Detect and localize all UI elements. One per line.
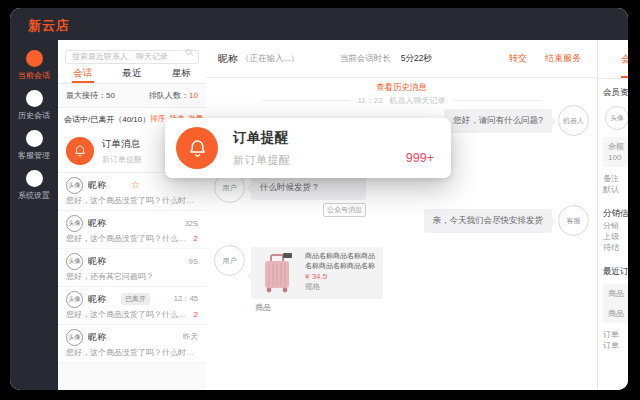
member-balance-card: 余额 100 [603, 137, 628, 167]
last-message: 您好，这个商品没货了吗？什么时候... [66, 233, 190, 244]
bell-icon [66, 137, 94, 165]
sidebar-item-label: 历史会话 [18, 110, 50, 121]
avatar: 头像 [66, 253, 83, 270]
last-message: 您好，这个商品没货了吗？什么时候... [66, 195, 198, 206]
sidebar-item-label: 系统设置 [18, 190, 50, 201]
member-panel-body: 会员资料 头像 余额 100 备注 默认 分销信息 分销 上级 待结 最近订单 … [598, 79, 628, 351]
order-notification-popup[interactable]: 订单提醒 新订单提醒 999+ [165, 118, 451, 178]
member-panel: 会员信息 会员资料 头像 余额 100 备注 默认 分销信息 分销 上级 待结 … [597, 40, 628, 390]
system-settings-icon [26, 170, 43, 187]
sort-link[interactable]: 排序 [150, 114, 165, 124]
sidebar-item-system-settings[interactable]: 系统设置 [18, 170, 50, 201]
product-name: 商品名称商品名称商品名称商品名称商品名称商品名... [305, 251, 379, 270]
tab-starred[interactable]: 星标 [157, 62, 206, 83]
wait-time: 32S [185, 219, 198, 228]
message-time: 昨天 [183, 332, 198, 342]
nickname: 昵称 [88, 179, 106, 192]
chat-panel: 昵称 （正在输入...） 当前会话时长 5分22秒 转交 结束服务 查看历史消息… [206, 40, 597, 390]
end-service-button[interactable]: 结束服务 [545, 52, 581, 65]
left-session-tag: 已离开 [121, 293, 150, 305]
nickname: 昵称 [88, 293, 106, 306]
conversation-row[interactable]: 头像 昵称 昨天 您好，这个商品没货了吗？什么时候... [58, 325, 206, 363]
order-line: 订单 [603, 329, 628, 340]
message-bubble: 您好，请问有什么问题? [444, 109, 552, 133]
chat-actions: 转交 结束服务 [509, 52, 581, 65]
view-history-link[interactable]: 查看历史消息 [206, 82, 597, 94]
sidebar-item-history-session[interactable]: 历史会话 [18, 90, 50, 121]
note-label: 备注 [603, 173, 628, 184]
brand-logo: 新云店 [28, 17, 70, 35]
chat-customer-name: 昵称 [218, 52, 238, 66]
unread-badge: 2 [194, 234, 198, 243]
tab-recent[interactable]: 最近 [107, 62, 156, 83]
sidebar-item-label: 客服管理 [18, 150, 50, 161]
product-card[interactable]: 商品名称商品名称商品名称商品名称商品名称商品名... ¥ 34.5 规格 [251, 247, 383, 299]
recent-order-card: 商品 商品 [603, 284, 628, 323]
current-session-icon [26, 50, 43, 67]
session-section-title: 会话中/已离开（40/10） [64, 114, 150, 125]
message-agent: 亲，今天我们会尽快安排发货 客服 [206, 205, 597, 236]
last-message: 您好，还有其它问题吗？ [66, 271, 198, 282]
queue-count: 排队人数：10 [149, 90, 198, 101]
conversation-row[interactable]: 头像 昵称 ☆ 您好，这个商品没货了吗？什么时候... [58, 173, 206, 211]
tab-member-info[interactable]: 会员信息 [621, 53, 628, 66]
popup-title: 订单提醒 [233, 129, 291, 147]
unread-badge: 2 [194, 310, 198, 319]
history-session-icon [26, 90, 43, 107]
balance-label: 余额 [608, 141, 628, 152]
divider-line [453, 100, 541, 101]
sidebar-item-label: 当前会话 [18, 70, 50, 81]
popup-count: 999+ [406, 151, 434, 165]
sidebar-item-agent-management[interactable]: 客服管理 [18, 130, 50, 161]
message-product: 用户 商品名称商品名称商品名称商品名称商品名称商品名... [206, 245, 597, 313]
chat-header: 昵称 （正在输入...） 当前会话时长 5分22秒 转交 结束服务 [206, 40, 597, 78]
avatar: 头像 [66, 177, 83, 194]
conversation-list-panel: 会话 最近 星标 最大接待：50 排队人数：10 会话中/已离开（40/10） … [58, 40, 207, 390]
order-notice-subtitle: 新订单提醒 [102, 154, 142, 165]
agent-avatar: 客服 [558, 205, 589, 236]
member-avatar: 头像 [605, 106, 628, 130]
message-time: 12：45 [174, 294, 198, 304]
max-reception: 最大接待：50 [66, 90, 115, 101]
screen-background: 新云店 当前会话 历史会话 客服管理 系统设置 [0, 0, 640, 400]
product-price: ¥ 34.5 [305, 272, 379, 281]
conversation-row[interactable]: 头像 昵称 32S 您好，这个商品没货了吗？什么时候... 2 [58, 211, 206, 249]
robot-avatar: 机器人 [558, 105, 589, 136]
conversation-row[interactable]: 头像 昵称 9S 您好，还有其它问题吗？ [58, 249, 206, 287]
distribution-title: 分销信息 [603, 208, 628, 220]
agent-management-icon [26, 130, 43, 147]
distribution-line: 上级 [603, 231, 628, 242]
last-message: 您好，这个商品没货了吗？什么时候... [66, 347, 198, 358]
note-value: 默认 [603, 184, 628, 195]
reception-stats: 最大接待：50 排队人数：10 [58, 84, 206, 108]
balance-value: 100 [608, 152, 628, 163]
list-filler [58, 363, 206, 390]
product-label: 商品 [255, 302, 383, 313]
order-line: 订单 [603, 340, 628, 351]
avatar: 头像 [66, 291, 83, 308]
distribution-line: 分销 [603, 220, 628, 231]
tab-conversation[interactable]: 会话 [58, 62, 107, 83]
message-bubble: 亲，今天我们会尽快安排发货 [424, 209, 553, 233]
sidebar-item-current-session[interactable]: 当前会话 [18, 50, 50, 81]
message-bubble: 什么时候发货？ [251, 176, 366, 200]
divider-line [262, 100, 350, 101]
product-image [255, 251, 299, 295]
session-duration: 当前会话时长 5分22秒 [340, 53, 432, 65]
top-bar: 新云店 [10, 8, 628, 40]
recent-orders-title: 最近订单 [603, 266, 628, 278]
bell-icon [176, 127, 218, 169]
sidebar: 当前会话 历史会话 客服管理 系统设置 [10, 40, 58, 390]
order-card-line: 商品 [608, 288, 628, 299]
star-icon[interactable]: ☆ [131, 180, 140, 190]
member-profile-title: 会员资料 [603, 87, 628, 99]
search-icon [185, 48, 194, 57]
list-tabs: 会话 最近 星标 [58, 62, 206, 84]
member-tab-underline [621, 76, 628, 78]
member-tab-row: 会员信息 [598, 40, 628, 79]
nickname: 昵称 [88, 255, 106, 268]
conversation-row[interactable]: 头像 昵称 已离开 12：45 您好，这个商品没货了吗？什么时候... 2 [58, 287, 206, 325]
transfer-button[interactable]: 转交 [509, 52, 527, 65]
popup-subtitle: 新订单提醒 [233, 153, 291, 168]
nickname: 昵称 [88, 331, 106, 344]
